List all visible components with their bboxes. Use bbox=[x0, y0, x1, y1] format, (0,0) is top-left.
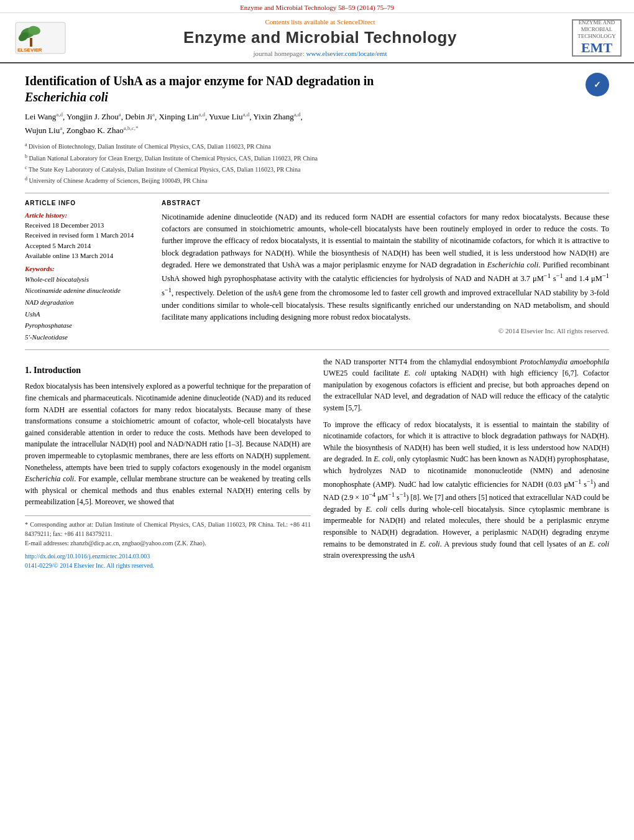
received-date: Received 18 December 2013 bbox=[25, 220, 149, 231]
emt-abbrev: EMT bbox=[581, 40, 612, 56]
body-left-col: 1. Introduction Redox biocatalysis has b… bbox=[25, 356, 311, 571]
abstract-col: ABSTRACT Nicotinamide adenine dinucleoti… bbox=[162, 200, 609, 343]
journal-citation: Enzyme and Microbial Technology 58–59 (2… bbox=[240, 4, 394, 11]
revised-date: Received in revised form 1 March 2014 bbox=[25, 230, 149, 241]
history-label: Article history: bbox=[25, 211, 149, 219]
homepage-link[interactable]: www.elsevier.com/locate/emt bbox=[306, 50, 387, 57]
body-two-col: 1. Introduction Redox biocatalysis has b… bbox=[25, 356, 609, 571]
elsevier-logo: ELSEVIER bbox=[12, 19, 68, 57]
article-title: Identification of UshA as a major enzyme… bbox=[25, 73, 578, 105]
available-date: Available online 13 March 2014 bbox=[25, 251, 149, 261]
svg-rect-4 bbox=[30, 38, 32, 47]
authors: Lei Wanga,d, Yongjin J. Zhoua, Debin Jia… bbox=[25, 110, 609, 137]
abstract-heading: ABSTRACT bbox=[162, 200, 609, 206]
article-info-col: ARTICLE INFO Article history: Received 1… bbox=[25, 200, 149, 343]
journal-header: ELSEVIER Contents lists available at Sci… bbox=[0, 13, 634, 63]
sciencedirect-line: Contents lists available at ScienceDirec… bbox=[75, 18, 566, 25]
sciencedirect-link-text[interactable]: ScienceDirect bbox=[337, 18, 375, 25]
issn-line: 0141-0229/© 2014 Elsevier Inc. All right… bbox=[25, 561, 311, 571]
footnote-email: E-mail addresses: zhanzb@dicp.ac.cn, zng… bbox=[25, 538, 311, 548]
keywords-label: Keywords: bbox=[25, 265, 149, 272]
doi-link[interactable]: http://dx.doi.org/10.1016/j.enzmictec.20… bbox=[25, 552, 311, 561]
journal-homepage: journal homepage: www.elsevier.com/locat… bbox=[75, 50, 566, 57]
footer-links: http://dx.doi.org/10.1016/j.enzmictec.20… bbox=[25, 552, 311, 571]
body-right-col: the NAD transporter NTT4 from the chlamy… bbox=[323, 356, 609, 571]
divider-1 bbox=[25, 193, 609, 193]
divider-2 bbox=[25, 349, 609, 350]
footnote-area: * Corresponding author at: Dalian Instit… bbox=[25, 515, 311, 548]
keywords-list: Whole-cell biocatalysis Nicotinamide ade… bbox=[25, 274, 149, 343]
crossmark-badge: ✓ bbox=[586, 73, 609, 96]
accepted-date: Accepted 5 March 2014 bbox=[25, 241, 149, 251]
journal-title: Enzyme and Microbial Technology bbox=[75, 28, 566, 47]
header-center: Contents lists available at ScienceDirec… bbox=[68, 18, 572, 57]
copyright-line: © 2014 Elsevier Inc. All rights reserved… bbox=[162, 327, 609, 335]
svg-text:✓: ✓ bbox=[594, 80, 601, 90]
body-right-para-1: the NAD transporter NTT4 from the chlamy… bbox=[323, 356, 609, 414]
article-content: Identification of UshA as a major enzyme… bbox=[0, 63, 634, 580]
abstract-text: Nicotinamide adenine dinucleotide (NAD) … bbox=[162, 211, 609, 324]
body-right-para-2: To improve the efficacy of redox biocata… bbox=[323, 419, 609, 561]
intro-para-1: Redox biocatalysis has been intensively … bbox=[25, 381, 311, 508]
title-row: Identification of UshA as a major enzyme… bbox=[25, 73, 609, 105]
affiliations: a Division of Biotechnology, Dalian Inst… bbox=[25, 141, 609, 186]
top-banner: Enzyme and Microbial Technology 58–59 (2… bbox=[0, 0, 634, 13]
svg-text:ELSEVIER: ELSEVIER bbox=[17, 47, 42, 53]
intro-heading: 1. Introduction bbox=[25, 364, 311, 377]
article-info-abstract: ARTICLE INFO Article history: Received 1… bbox=[25, 200, 609, 343]
emt-logo: ENZYME ANDMICROBIALTECHNOLOGY EMT bbox=[572, 19, 622, 57]
footnote-star: * Corresponding author at: Dalian Instit… bbox=[25, 520, 311, 538]
body-content: 1. Introduction Redox biocatalysis has b… bbox=[25, 356, 609, 571]
article-info-heading: ARTICLE INFO bbox=[25, 200, 149, 206]
